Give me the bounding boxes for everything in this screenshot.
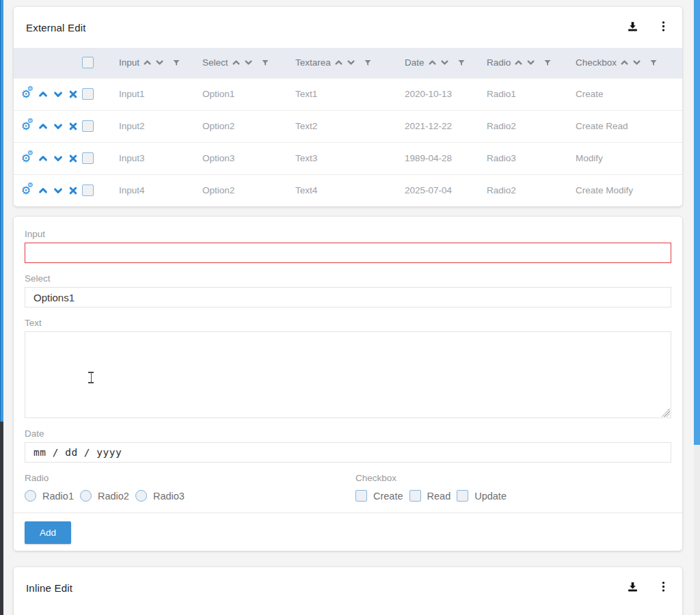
- row-delete-button[interactable]: [68, 154, 78, 163]
- sort-asc-icon[interactable]: [428, 58, 437, 67]
- column-header-radio[interactable]: Radio: [487, 48, 576, 78]
- chevron-up-icon: [38, 154, 48, 163]
- input-field[interactable]: [25, 243, 671, 263]
- text-field[interactable]: [25, 331, 671, 418]
- row-delete-button[interactable]: [68, 90, 78, 99]
- chevron-down-icon: [53, 154, 63, 163]
- checkbox-option-label: Read: [427, 491, 451, 502]
- column-header-date[interactable]: Date: [405, 48, 487, 78]
- sort-desc-icon[interactable]: [632, 58, 641, 67]
- download-button[interactable]: [626, 20, 639, 35]
- row-move-up-button[interactable]: [38, 122, 48, 131]
- left-scrollbar-thumb[interactable]: [0, 0, 3, 422]
- sort-desc-icon[interactable]: [244, 58, 253, 67]
- right-scrollbar-track[interactable]: [694, 0, 700, 615]
- input-field-label: Input: [25, 229, 671, 239]
- external-edit-card: External Edit Input: [14, 7, 682, 206]
- date-field[interactable]: [25, 442, 671, 463]
- more-options-button[interactable]: [657, 20, 670, 35]
- radio-option-radio1[interactable]: Radio1: [25, 490, 74, 502]
- table-row[interactable]: ⚙⚙ Input1 Option1 Text1 2020-10-13 Radio…: [14, 78, 682, 110]
- x-icon: [68, 186, 78, 195]
- radio-icon[interactable]: [25, 490, 36, 502]
- add-button[interactable]: Add: [25, 521, 71, 544]
- radio-icon[interactable]: [135, 490, 147, 502]
- row-move-up-button[interactable]: [38, 90, 48, 99]
- chevron-up-icon: [38, 186, 48, 195]
- column-header-checkbox[interactable]: Checkbox: [576, 48, 682, 78]
- row-move-down-button[interactable]: [53, 186, 63, 195]
- column-label: Checkbox: [576, 57, 617, 68]
- cell-radio: Radio1: [487, 78, 576, 110]
- card-title: Inline Edit: [26, 582, 72, 594]
- right-scrollbar-thumb[interactable]: [694, 0, 700, 445]
- sort-desc-icon[interactable]: [526, 58, 535, 67]
- cogs-icon: ⚙⚙: [19, 120, 33, 133]
- checkbox-icon[interactable]: [355, 490, 367, 502]
- resize-grip-icon[interactable]: [661, 408, 670, 417]
- row-move-up-button[interactable]: [38, 186, 48, 195]
- column-label: Input: [119, 57, 139, 68]
- filter-icon[interactable]: [543, 59, 552, 67]
- column-header-textarea[interactable]: Textarea: [295, 48, 405, 78]
- chevron-up-icon: [38, 122, 48, 131]
- radio-icon[interactable]: [80, 490, 92, 502]
- row-settings-button[interactable]: ⚙⚙: [19, 88, 33, 100]
- row-move-up-button[interactable]: [38, 154, 48, 163]
- sort-asc-icon[interactable]: [514, 58, 523, 67]
- table-row[interactable]: ⚙⚙ Input4 Option2 Text4 2025-07-04 Radio…: [14, 174, 682, 206]
- row-checkbox[interactable]: [82, 184, 94, 196]
- chevron-up-icon: [38, 90, 48, 99]
- sort-asc-icon[interactable]: [143, 58, 152, 67]
- checkbox-option-update[interactable]: Update: [457, 490, 507, 502]
- row-checkbox[interactable]: [82, 88, 94, 100]
- cell-input: Input1: [119, 78, 202, 110]
- table-row[interactable]: ⚙⚙ Input3 Option3 Text3 1989-04-28 Radio…: [14, 142, 682, 174]
- row-settings-button[interactable]: ⚙⚙: [19, 184, 33, 197]
- actions-column-header: [14, 48, 79, 78]
- sort-desc-icon[interactable]: [440, 58, 449, 67]
- select-field[interactable]: [25, 287, 671, 308]
- sort-desc-icon[interactable]: [347, 58, 355, 67]
- chevron-down-icon: [53, 186, 63, 195]
- row-move-down-button[interactable]: [53, 122, 63, 131]
- row-delete-button[interactable]: [68, 186, 78, 195]
- row-move-down-button[interactable]: [53, 154, 63, 163]
- sort-asc-icon[interactable]: [232, 58, 241, 67]
- filter-icon[interactable]: [261, 59, 269, 67]
- checkbox-group: Create Read Update: [355, 490, 671, 502]
- cell-textarea: Text4: [295, 174, 405, 206]
- table-header-row: Input Select: [14, 48, 682, 78]
- table-row[interactable]: ⚙⚙ Input2 Option2 Text2 2021-12-22 Radio…: [14, 110, 682, 142]
- filter-icon[interactable]: [649, 59, 658, 67]
- column-header-select[interactable]: Select: [202, 48, 295, 78]
- row-checkbox[interactable]: [82, 120, 94, 132]
- sort-desc-icon[interactable]: [155, 58, 164, 67]
- select-all-checkbox[interactable]: [82, 57, 94, 68]
- sort-asc-icon[interactable]: [334, 58, 343, 67]
- row-settings-button[interactable]: ⚙⚙: [19, 120, 33, 133]
- filter-icon[interactable]: [172, 59, 180, 67]
- left-scrollbar-track[interactable]: [0, 0, 3, 615]
- row-settings-button[interactable]: ⚙⚙: [19, 152, 33, 165]
- radio-option-radio3[interactable]: Radio3: [135, 490, 185, 502]
- cell-checkbox: Create Modify: [576, 174, 682, 206]
- checkbox-icon[interactable]: [409, 490, 421, 502]
- checkbox-option-create[interactable]: Create: [355, 490, 403, 502]
- row-move-down-button[interactable]: [53, 90, 63, 99]
- download-button[interactable]: [626, 580, 639, 595]
- more-options-button[interactable]: [657, 580, 670, 595]
- inline-edit-card: Inline Edit: [14, 567, 682, 615]
- sort-asc-icon[interactable]: [620, 58, 629, 67]
- cell-date: 2020-10-13: [405, 78, 487, 110]
- cell-checkbox: Create: [576, 78, 682, 110]
- checkbox-option-read[interactable]: Read: [409, 490, 451, 502]
- radio-option-label: Radio2: [98, 491, 129, 502]
- radio-option-radio2[interactable]: Radio2: [80, 490, 129, 502]
- row-delete-button[interactable]: [68, 122, 78, 131]
- column-header-input[interactable]: Input: [119, 48, 202, 78]
- filter-icon[interactable]: [457, 59, 466, 67]
- filter-icon[interactable]: [364, 59, 372, 67]
- row-checkbox[interactable]: [82, 152, 94, 164]
- checkbox-icon[interactable]: [457, 490, 468, 502]
